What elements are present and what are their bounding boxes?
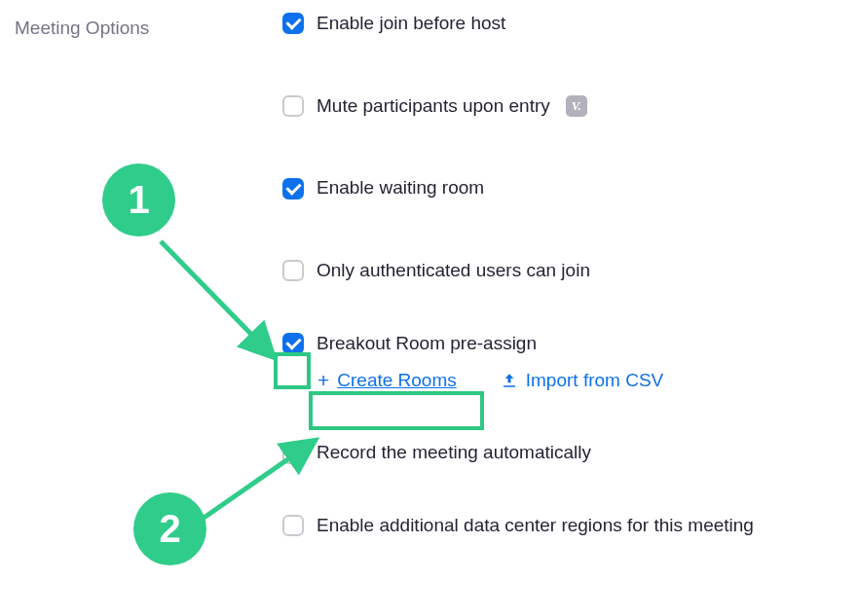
label-waiting-room: Enable waiting room (317, 176, 484, 200)
checkbox-auth-only[interactable] (282, 260, 304, 281)
info-icon[interactable]: V. (566, 95, 587, 117)
checkbox-mute-on-entry[interactable] (282, 95, 304, 117)
import-csv-link[interactable]: Import from CSV (501, 370, 663, 391)
annotation-badge-2: 2 (133, 492, 206, 565)
meeting-options-group: Enable join before host Mute participant… (282, 12, 754, 538)
option-breakout-preassign: Breakout Room pre-assign + Create Rooms … (282, 332, 754, 393)
label-record-auto: Record the meeting automatically (317, 441, 591, 465)
create-rooms-text: Create Rooms (337, 370, 457, 391)
checkbox-data-center[interactable] (282, 515, 304, 536)
import-csv-text: Import from CSV (526, 370, 663, 391)
label-breakout-preassign: Breakout Room pre-assign (317, 332, 537, 356)
annotation-arrow-1 (146, 232, 292, 378)
svg-line-0 (161, 241, 271, 354)
checkbox-waiting-room[interactable] (282, 178, 304, 199)
section-label: Meeting Options (15, 18, 149, 39)
label-data-center: Enable additional data center regions fo… (317, 514, 754, 538)
option-record-auto: Record the meeting automatically (282, 441, 754, 465)
breakout-sublinks: + Create Rooms Import from CSV (317, 369, 754, 392)
option-data-center: Enable additional data center regions fo… (282, 514, 754, 538)
option-join-before-host: Enable join before host (282, 12, 754, 36)
label-auth-only: Only authenticated users can join (317, 259, 590, 283)
label-join-before-host: Enable join before host (317, 12, 505, 36)
upload-icon (501, 372, 518, 389)
annotation-badge-1: 1 (102, 163, 175, 236)
checkbox-breakout-preassign[interactable] (282, 333, 304, 354)
label-mute-on-entry: Mute participants upon entry (317, 94, 550, 119)
plus-icon: + (317, 369, 329, 392)
create-rooms-link[interactable]: + Create Rooms (317, 369, 457, 392)
option-auth-only: Only authenticated users can join (282, 259, 754, 283)
option-mute-on-entry: Mute participants upon entry V. (282, 94, 754, 119)
option-waiting-room: Enable waiting room (282, 176, 754, 200)
checkbox-record-auto[interactable] (282, 443, 304, 464)
checkbox-join-before-host[interactable] (282, 13, 304, 34)
